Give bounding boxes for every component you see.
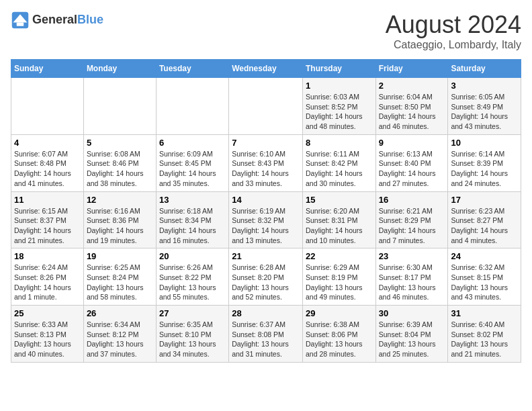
day-number: 13: [159, 195, 226, 205]
day-info: Sunrise: 6:13 AM Sunset: 8:40 PM Dayligh…: [379, 149, 445, 189]
calendar-cell: 25Sunrise: 6:33 AM Sunset: 8:13 PM Dayli…: [11, 306, 84, 363]
calendar-cell: 3Sunrise: 6:05 AM Sunset: 8:49 PM Daylig…: [448, 78, 521, 135]
day-number: 5: [87, 138, 153, 148]
calendar-header-row: SundayMondayTuesdayWednesdayThursdayFrid…: [11, 60, 521, 78]
calendar-cell: 2Sunrise: 6:04 AM Sunset: 8:50 PM Daylig…: [375, 78, 448, 135]
header: GeneralBlue August 2024 Cataeggio, Lomba…: [11, 11, 521, 51]
calendar-cell: 9Sunrise: 6:13 AM Sunset: 8:40 PM Daylig…: [375, 134, 448, 191]
day-number: 31: [451, 308, 518, 318]
day-info: Sunrise: 6:34 AM Sunset: 8:12 PM Dayligh…: [87, 320, 153, 359]
day-number: 6: [159, 138, 226, 148]
calendar-cell: 11Sunrise: 6:15 AM Sunset: 8:37 PM Dayli…: [11, 191, 84, 248]
day-number: 22: [306, 251, 373, 261]
calendar-week-row: 11Sunrise: 6:15 AM Sunset: 8:37 PM Dayli…: [11, 191, 521, 248]
day-info: Sunrise: 6:40 AM Sunset: 8:02 PM Dayligh…: [451, 320, 518, 359]
calendar-cell: [229, 78, 303, 135]
svg-rect-2: [17, 23, 24, 26]
calendar-cell: [156, 78, 228, 135]
subtitle: Cataeggio, Lombardy, Italy: [386, 39, 521, 51]
calendar-cell: 22Sunrise: 6:29 AM Sunset: 8:19 PM Dayli…: [302, 248, 375, 306]
day-number: 21: [232, 251, 300, 261]
day-number: 24: [451, 251, 518, 261]
day-info: Sunrise: 6:10 AM Sunset: 8:43 PM Dayligh…: [232, 149, 300, 189]
calendar-cell: 5Sunrise: 6:08 AM Sunset: 8:46 PM Daylig…: [83, 134, 156, 191]
day-number: 3: [451, 81, 518, 91]
day-info: Sunrise: 6:32 AM Sunset: 8:15 PM Dayligh…: [451, 263, 518, 302]
calendar-cell: 18Sunrise: 6:24 AM Sunset: 8:26 PM Dayli…: [11, 248, 84, 306]
day-number: 23: [379, 251, 445, 261]
day-header-tuesday: Tuesday: [156, 60, 228, 78]
day-number: 19: [87, 251, 153, 261]
day-header-wednesday: Wednesday: [229, 60, 303, 78]
day-info: Sunrise: 6:23 AM Sunset: 8:27 PM Dayligh…: [451, 206, 518, 246]
day-info: Sunrise: 6:20 AM Sunset: 8:31 PM Dayligh…: [306, 206, 373, 246]
day-number: 26: [87, 308, 153, 318]
logo-icon: [11, 11, 30, 30]
calendar-cell: [11, 78, 84, 135]
calendar-cell: 13Sunrise: 6:18 AM Sunset: 8:34 PM Dayli…: [156, 191, 228, 248]
day-number: 4: [14, 138, 81, 148]
calendar-cell: 27Sunrise: 6:35 AM Sunset: 8:10 PM Dayli…: [156, 306, 228, 363]
day-number: 7: [232, 138, 300, 148]
day-info: Sunrise: 6:14 AM Sunset: 8:39 PM Dayligh…: [451, 149, 518, 189]
calendar-cell: 16Sunrise: 6:21 AM Sunset: 8:29 PM Dayli…: [375, 191, 448, 248]
day-info: Sunrise: 6:16 AM Sunset: 8:36 PM Dayligh…: [87, 206, 153, 246]
calendar-cell: 20Sunrise: 6:26 AM Sunset: 8:22 PM Dayli…: [156, 248, 228, 306]
calendar-cell: 8Sunrise: 6:11 AM Sunset: 8:42 PM Daylig…: [302, 134, 375, 191]
calendar-table: SundayMondayTuesdayWednesdayThursdayFrid…: [11, 59, 521, 363]
day-info: Sunrise: 6:35 AM Sunset: 8:10 PM Dayligh…: [159, 320, 226, 359]
day-info: Sunrise: 6:37 AM Sunset: 8:08 PM Dayligh…: [232, 320, 300, 359]
day-info: Sunrise: 6:19 AM Sunset: 8:32 PM Dayligh…: [232, 206, 300, 246]
day-info: Sunrise: 6:30 AM Sunset: 8:17 PM Dayligh…: [379, 263, 445, 302]
day-info: Sunrise: 6:05 AM Sunset: 8:49 PM Dayligh…: [451, 92, 518, 132]
day-info: Sunrise: 6:18 AM Sunset: 8:34 PM Dayligh…: [159, 206, 226, 246]
calendar-cell: 15Sunrise: 6:20 AM Sunset: 8:31 PM Dayli…: [302, 191, 375, 248]
day-info: Sunrise: 6:33 AM Sunset: 8:13 PM Dayligh…: [14, 320, 81, 359]
month-title: August 2024: [386, 11, 521, 39]
calendar-cell: 4Sunrise: 6:07 AM Sunset: 8:48 PM Daylig…: [11, 134, 84, 191]
calendar-cell: 12Sunrise: 6:16 AM Sunset: 8:36 PM Dayli…: [83, 191, 156, 248]
day-header-thursday: Thursday: [302, 60, 375, 78]
day-info: Sunrise: 6:08 AM Sunset: 8:46 PM Dayligh…: [87, 149, 153, 189]
day-number: 9: [379, 138, 445, 148]
calendar-week-row: 25Sunrise: 6:33 AM Sunset: 8:13 PM Dayli…: [11, 306, 521, 363]
day-info: Sunrise: 6:03 AM Sunset: 8:52 PM Dayligh…: [306, 92, 373, 132]
calendar-cell: 19Sunrise: 6:25 AM Sunset: 8:24 PM Dayli…: [83, 248, 156, 306]
calendar-cell: [83, 78, 156, 135]
day-number: 16: [379, 195, 445, 205]
day-number: 30: [379, 308, 445, 318]
calendar-cell: 10Sunrise: 6:14 AM Sunset: 8:39 PM Dayli…: [448, 134, 521, 191]
calendar-cell: 1Sunrise: 6:03 AM Sunset: 8:52 PM Daylig…: [302, 78, 375, 135]
calendar-cell: 26Sunrise: 6:34 AM Sunset: 8:12 PM Dayli…: [83, 306, 156, 363]
day-info: Sunrise: 6:15 AM Sunset: 8:37 PM Dayligh…: [14, 206, 81, 246]
day-info: Sunrise: 6:09 AM Sunset: 8:45 PM Dayligh…: [159, 149, 226, 189]
day-info: Sunrise: 6:39 AM Sunset: 8:04 PM Dayligh…: [379, 320, 445, 359]
day-number: 2: [379, 81, 445, 91]
calendar-cell: 23Sunrise: 6:30 AM Sunset: 8:17 PM Dayli…: [375, 248, 448, 306]
day-number: 28: [232, 308, 300, 318]
day-info: Sunrise: 6:38 AM Sunset: 8:06 PM Dayligh…: [306, 320, 373, 359]
day-header-saturday: Saturday: [448, 60, 521, 78]
calendar-body: 1Sunrise: 6:03 AM Sunset: 8:52 PM Daylig…: [11, 78, 521, 363]
calendar-week-row: 1Sunrise: 6:03 AM Sunset: 8:52 PM Daylig…: [11, 78, 521, 135]
day-number: 17: [451, 195, 518, 205]
day-info: Sunrise: 6:25 AM Sunset: 8:24 PM Dayligh…: [87, 263, 153, 302]
logo: GeneralBlue: [11, 11, 103, 30]
day-number: 27: [159, 308, 226, 318]
day-info: Sunrise: 6:24 AM Sunset: 8:26 PM Dayligh…: [14, 263, 81, 302]
day-number: 11: [14, 195, 81, 205]
calendar-week-row: 18Sunrise: 6:24 AM Sunset: 8:26 PM Dayli…: [11, 248, 521, 306]
day-number: 18: [14, 251, 81, 261]
day-info: Sunrise: 6:28 AM Sunset: 8:20 PM Dayligh…: [232, 263, 300, 302]
calendar-cell: 24Sunrise: 6:32 AM Sunset: 8:15 PM Dayli…: [448, 248, 521, 306]
day-info: Sunrise: 6:04 AM Sunset: 8:50 PM Dayligh…: [379, 92, 445, 132]
day-info: Sunrise: 6:07 AM Sunset: 8:48 PM Dayligh…: [14, 149, 81, 189]
calendar-cell: 17Sunrise: 6:23 AM Sunset: 8:27 PM Dayli…: [448, 191, 521, 248]
calendar-cell: 31Sunrise: 6:40 AM Sunset: 8:02 PM Dayli…: [448, 306, 521, 363]
calendar-cell: 21Sunrise: 6:28 AM Sunset: 8:20 PM Dayli…: [229, 248, 303, 306]
day-number: 15: [306, 195, 373, 205]
day-number: 8: [306, 138, 373, 148]
calendar-cell: 30Sunrise: 6:39 AM Sunset: 8:04 PM Dayli…: [375, 306, 448, 363]
logo-text: GeneralBlue: [32, 13, 103, 27]
calendar-cell: 6Sunrise: 6:09 AM Sunset: 8:45 PM Daylig…: [156, 134, 228, 191]
